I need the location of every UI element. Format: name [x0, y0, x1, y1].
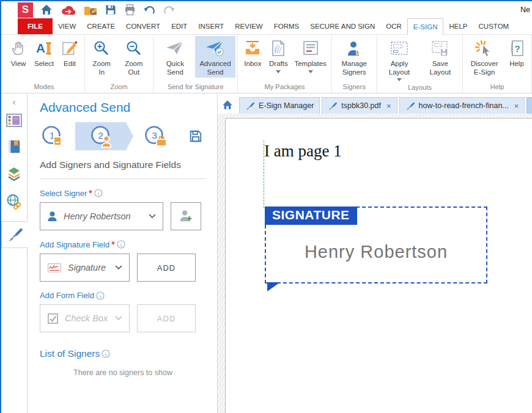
templates-button[interactable]: Templates — [291, 36, 329, 75]
info-icon[interactable]: i — [117, 240, 125, 249]
form-field-dropdown[interactable]: Check Box — [40, 304, 130, 332]
quick-send-button[interactable]: Quick Send — [155, 36, 194, 78]
menu-review[interactable]: REVIEW — [229, 18, 268, 34]
info-icon[interactable]: i — [96, 291, 105, 300]
menu-forms[interactable]: FORMS — [268, 18, 305, 34]
ribbon-group-signers: Manage Signers Signers — [332, 35, 377, 93]
esign-panel-icon[interactable] — [1, 221, 28, 248]
hand-icon — [10, 38, 27, 58]
ribbon-group-layouts: Apply Layout Save Layout Layouts — [377, 35, 464, 93]
svg-text:A: A — [36, 41, 45, 55]
discover-esign-icon — [475, 38, 493, 58]
menu-view[interactable]: VIEW — [53, 18, 81, 34]
app-logo[interactable]: S — [18, 2, 33, 18]
menu-custom[interactable]: CUSTOM — [473, 18, 515, 34]
add-form-field-button[interactable]: ADD — [137, 304, 196, 332]
group-label-send-for-signature: Send for Signature — [155, 82, 235, 93]
title-bar: S Ne — [1, 1, 532, 18]
advanced-send-button[interactable]: Advanced Send — [195, 36, 236, 78]
signature-field-dropdown[interactable]: Signature — [40, 254, 130, 282]
thumbnails-panel-icon[interactable]: ~~ — [1, 114, 27, 127]
menu-insert[interactable]: INSERT — [193, 18, 229, 34]
drafts-dropdown-icon[interactable] — [276, 70, 281, 73]
home-tab-icon[interactable] — [222, 100, 233, 110]
view-mode-button[interactable]: View — [6, 36, 31, 70]
inbox-button[interactable]: Inbox — [240, 36, 265, 70]
redo-icon[interactable] — [163, 4, 175, 15]
menu-bar: FILE VIEW CREATE CONVERT EDIT INSERT REV… — [1, 18, 532, 35]
step-1-documents[interactable]: 1 — [40, 123, 64, 149]
zoom-out-icon — [125, 38, 142, 58]
bookmarks-panel-icon[interactable] — [1, 139, 27, 155]
print-icon[interactable] — [124, 4, 136, 16]
left-icon-strip: ‹ ~~ — [1, 94, 27, 413]
select-mode-button[interactable]: A Select — [31, 36, 57, 70]
add-form-field-label-row: Add Form Field i — [40, 291, 206, 300]
edit-mode-button[interactable]: Edit — [57, 36, 83, 70]
drafts-button[interactable]: Drafts — [265, 36, 291, 75]
signature-field-placeholder[interactable]: SIGNATURE Henry Robertson — [265, 206, 487, 283]
pdf-page: I am page 1 SIGNATURE Henry Robertson — [225, 118, 532, 413]
web-links-panel-icon[interactable] — [1, 194, 27, 210]
add-signature-field-button[interactable]: ADD — [137, 254, 196, 282]
advanced-send-panel: Advanced Send 1 2 3 Add Signers and Sign… — [27, 94, 218, 413]
tab-how-to-read-french-finan[interactable]: how-to-read-french-finan... × — [399, 97, 525, 114]
discover-esign-button[interactable]: Discover E-Sign — [465, 36, 504, 78]
save-layout-button[interactable]: Save Layout — [419, 36, 460, 78]
zoom-in-button[interactable]: Zoom In — [87, 36, 117, 78]
save-icon[interactable] — [105, 4, 117, 16]
apply-layout-button[interactable]: Apply Layout — [379, 36, 420, 82]
tab-new-document[interactable]: Ne — [526, 97, 532, 114]
save-package-icon[interactable] — [189, 130, 202, 143]
undo-icon[interactable] — [143, 4, 156, 15]
discover-esign-label: Discover E-Sign — [468, 60, 501, 76]
edit-pencil-icon — [61, 38, 78, 58]
cloud-send-icon[interactable] — [60, 3, 76, 16]
menu-secure-and-sign[interactable]: SECURE AND SIGN — [305, 18, 380, 34]
step-3-send[interactable]: 3 — [142, 123, 168, 149]
menu-convert[interactable]: CONVERT — [120, 18, 166, 34]
menu-edit[interactable]: EDIT — [166, 18, 193, 34]
apply-layout-dropdown-icon[interactable] — [397, 78, 402, 81]
menu-e-sign[interactable]: E-SIGN — [407, 18, 444, 35]
tab-esign-manager[interactable]: E-Sign Manager — [239, 97, 320, 114]
collapse-panel-icon[interactable]: ‹ — [13, 97, 16, 106]
help-label: Help — [509, 60, 524, 68]
layers-panel-icon[interactable] — [1, 166, 27, 182]
signature-tag: SIGNATURE — [265, 206, 357, 225]
manage-signers-button[interactable]: Manage Signers — [334, 36, 375, 78]
form-field-value: Check Box — [65, 313, 109, 323]
group-label-my-packages: My Packages — [240, 82, 329, 93]
save-layout-label: Save Layout — [423, 60, 457, 76]
zoom-out-label: Zoom Out — [120, 60, 149, 76]
chevron-down-icon[interactable] — [115, 265, 122, 270]
menu-file[interactable]: FILE — [18, 18, 53, 34]
home-icon[interactable] — [40, 3, 53, 16]
step-2-signers[interactable]: 2 — [89, 124, 113, 148]
document-viewer[interactable]: I am page 1 SIGNATURE Henry Robertson — [218, 114, 532, 413]
info-icon[interactable]: i — [94, 189, 103, 197]
close-tab-icon[interactable]: × — [386, 101, 391, 111]
drafts-label: Drafts — [269, 60, 288, 68]
tab-tspbk30-pdf[interactable]: tspbk30.pdf × — [322, 97, 397, 114]
signer-person-icon — [47, 211, 57, 222]
menu-help[interactable]: HELP — [443, 18, 473, 34]
zoom-in-icon — [93, 38, 110, 58]
add-signature-field-label: Add Signature Field — [40, 240, 109, 249]
ribbon-group-send: Quick Send Advanced Send Send for Signat… — [153, 35, 238, 93]
open-folder-icon[interactable] — [83, 4, 98, 16]
info-icon[interactable]: i — [102, 349, 110, 358]
select-signer-dropdown[interactable]: Henry Robertson — [40, 202, 163, 230]
menu-ocr[interactable]: OCR — [380, 18, 407, 34]
inbox-icon — [244, 38, 261, 58]
add-signer-button[interactable] — [171, 202, 201, 230]
close-tab-icon[interactable]: × — [514, 101, 519, 111]
menu-create[interactable]: CREATE — [81, 18, 120, 34]
help-button[interactable]: ? Help — [504, 36, 530, 70]
select-text-icon: A — [35, 38, 53, 58]
zoom-out-button[interactable]: Zoom Out — [117, 36, 152, 78]
chevron-down-icon[interactable] — [149, 214, 156, 219]
main-area: ‹ ~~ Advanced Send 1 — [1, 94, 532, 413]
templates-dropdown-icon[interactable] — [308, 70, 313, 73]
required-mark: * — [89, 188, 92, 198]
